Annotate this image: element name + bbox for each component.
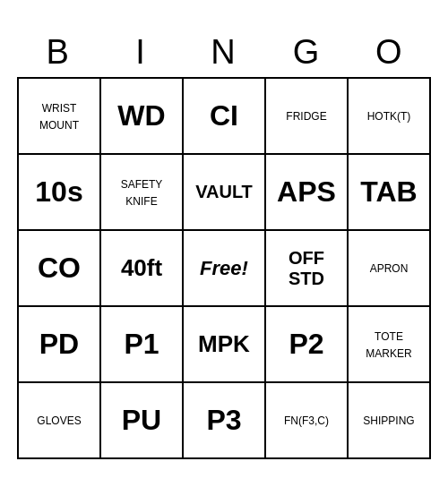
grid-cell: GLOVES [18,382,100,458]
cell-label: PD [39,328,79,360]
grid-cell: PD [18,306,100,382]
cell-label: FN(F3,C) [284,414,329,427]
grid-cell: CI [183,78,265,154]
table-row: PDP1MPKP2TOTEMARKER [18,306,430,382]
header-o: O [349,28,431,77]
table-row: 10sSAFETYKNIFEVAULTAPSTAB [18,154,430,230]
cell-label: CI [210,99,238,132]
grid-cell: FN(F3,C) [265,382,348,458]
grid-cell: TOTEMARKER [348,306,430,382]
table-row: CO40ftFree!OFFSTDAPRON [18,230,430,306]
grid-cell: SHIPPING [348,382,430,458]
grid-cell: 40ft [100,230,183,306]
grid-cell: OFFSTD [265,230,348,306]
grid-cell: WRISTMOUNT [18,78,100,154]
grid-cell: SAFETYKNIFE [100,154,183,230]
cell-label: PU [122,404,161,436]
cell-label: P1 [124,328,159,360]
cell-label: APRON [370,262,409,275]
grid-cell: Free! [183,230,265,306]
grid-cell: P1 [100,306,183,382]
table-row: GLOVESPUP3FN(F3,C)SHIPPING [18,382,430,458]
grid-cell: APS [265,154,348,230]
cell-label: GLOVES [37,414,81,427]
cell-label: OFFSTD [289,248,324,288]
grid-cell: HOTK(T) [348,78,430,154]
cell-label: P2 [289,328,323,360]
cell-label: SHIPPING [363,414,414,427]
cell-label: HOTK(T) [367,110,411,123]
grid-cell: TAB [348,154,430,230]
grid-cell: APRON [348,230,430,306]
cell-label: 10s [35,175,82,208]
grid-cell: VAULT [183,154,265,230]
header-b: B [17,28,99,77]
cell-label: TOTEMARKER [366,330,411,360]
grid-cell: MPK [183,306,265,382]
header-i: I [99,28,182,77]
cell-label: WD [117,99,165,132]
cell-label: SAFETYKNIFE [121,178,163,208]
table-row: WRISTMOUNTWDCIFRIDGEHOTK(T) [18,78,430,154]
grid-cell: CO [18,230,100,306]
cell-label: P3 [206,404,241,436]
cell-label: WRISTMOUNT [39,102,79,132]
cell-label: Free! [200,257,248,279]
cell-label: FRIDGE [286,110,326,123]
cell-label: APS [277,175,336,208]
cell-label: MPK [198,330,250,357]
header-g: G [265,28,348,77]
cell-label: CO [38,252,81,284]
grid-cell: FRIDGE [265,78,348,154]
cell-label: 40ft [121,254,162,281]
bingo-header: B I N G O [17,28,431,77]
grid-cell: PU [100,382,183,458]
bingo-grid: WRISTMOUNTWDCIFRIDGEHOTK(T)10sSAFETYKNIF… [17,77,431,459]
header-n: N [183,28,265,77]
cell-label: TAB [360,175,417,208]
grid-cell: P2 [265,306,348,382]
grid-cell: 10s [18,154,100,230]
grid-cell: P3 [183,382,265,458]
grid-cell: WD [100,78,183,154]
cell-label: VAULT [195,182,253,201]
